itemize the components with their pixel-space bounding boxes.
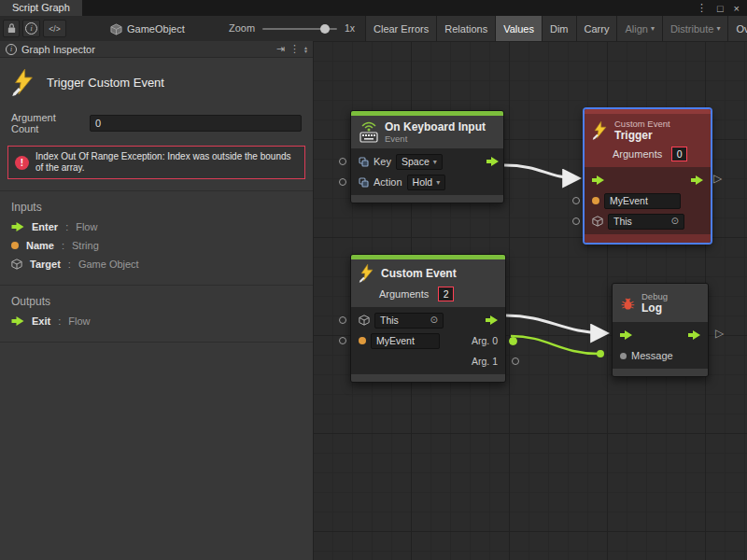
name-input-port[interactable] — [339, 337, 346, 344]
arguments-line: Arguments 2 — [351, 284, 505, 307]
node-custom-event[interactable]: Custom Event Arguments 2 This ⊙ — [350, 254, 506, 383]
chevron-down-icon: ▾ — [716, 24, 720, 33]
zoom-value: 1x — [345, 22, 355, 34]
play-indicator-icon: ▷ — [713, 172, 722, 185]
node-body: This ⊙ MyEvent Arg. 0 — [351, 307, 505, 374]
node-title: On Keyboard Input — [385, 120, 486, 133]
flow-output-arrow[interactable] — [688, 330, 700, 340]
gameobject-selector[interactable]: GameObject — [110, 21, 185, 37]
arguments-line: Arguments 0 — [585, 144, 711, 167]
flow-input-arrow[interactable] — [620, 330, 632, 340]
arg1-output-port[interactable] — [512, 357, 519, 365]
custom-event-icon — [359, 263, 375, 283]
message-label: Message — [631, 350, 673, 361]
node-on-keyboard-input[interactable]: On Keyboard Input Event Key Space ▾ — [350, 110, 504, 203]
target-field[interactable]: This ⊙ — [608, 214, 684, 230]
flow-output-arrow[interactable] — [691, 175, 703, 185]
event-name-field[interactable]: MyEvent — [371, 333, 440, 349]
flow-arrow-icon — [11, 222, 24, 231]
arg0-label: Arg. 0 — [472, 335, 498, 346]
kebab-menu-icon[interactable]: ⋮ — [697, 2, 707, 14]
error-icon: ! — [15, 156, 29, 170]
graph-inspector-header: i Graph Inspector ⇥ ⋮ ▴ ▾ — [0, 41, 313, 58]
object-picker-icon[interactable]: ⊙ — [430, 315, 438, 325]
overview-button[interactable]: Overv — [727, 16, 747, 41]
graph-toolbar: i </> GameObject Zoom 1x Clear Errors Re… — [0, 16, 747, 42]
argument-count-label: Argument Count — [11, 112, 86, 134]
port-row-enter: Enter : Flow — [0, 217, 313, 236]
flow-wire-event-to-debug — [506, 315, 606, 333]
close-icon[interactable]: × — [734, 3, 740, 14]
unity-editor-window: Script Graph ⋮ □ × i </> GameObject — [0, 0, 747, 560]
info-icon: i — [25, 22, 37, 35]
arg1-label: Arg. 1 — [472, 356, 498, 367]
tab-script-graph[interactable]: Script Graph — [0, 0, 82, 16]
string-port-icon — [359, 337, 366, 344]
tab-label: Script Graph — [12, 2, 70, 13]
inspector-toggle-button[interactable]: i — [22, 20, 40, 37]
window-controls: ⋮ □ × — [697, 0, 747, 16]
flow-output-arrow[interactable] — [486, 315, 498, 325]
arg0-output-port[interactable] — [509, 337, 517, 345]
custom-event-icon — [592, 120, 609, 140]
key-dropdown[interactable]: Space ▾ — [396, 154, 443, 170]
flow-output-arrow[interactable] — [486, 157, 499, 166]
event-name-field[interactable]: MyEvent — [604, 193, 681, 209]
play-indicator-icon: ▷ — [715, 327, 724, 340]
lock-icon — [7, 22, 17, 35]
value-wire-endpoint — [597, 350, 604, 357]
carry-button[interactable]: Carry — [576, 16, 617, 41]
gameobject-port-icon — [592, 216, 603, 227]
maximize-icon[interactable]: □ — [717, 3, 724, 14]
node-header: Custom Event Trigger — [585, 114, 711, 144]
inputs-section-label: Inputs — [0, 191, 313, 217]
argument-count-field[interactable]: 0 — [90, 115, 302, 132]
outputs-section-label: Outputs — [0, 286, 313, 312]
node-footer — [613, 369, 708, 376]
key-row: Key Space ▾ — [351, 151, 503, 172]
node-footer — [351, 374, 505, 382]
string-port-icon — [11, 242, 19, 249]
node-trigger-custom-event[interactable]: Custom Event Trigger Arguments 0 — [584, 108, 712, 244]
code-view-button[interactable]: </> — [43, 20, 66, 37]
key-type-icon — [359, 177, 369, 188]
message-port-icon — [620, 353, 627, 359]
divider — [0, 342, 313, 343]
code-icon: </> — [49, 24, 60, 34]
node-debug-log[interactable]: Debug Log Message — [612, 283, 709, 377]
dim-button[interactable]: Dim — [542, 16, 576, 41]
action-dropdown[interactable]: Hold ▾ — [407, 175, 446, 190]
panel-menu-icon[interactable]: ⋮ — [289, 43, 300, 55]
name-input-port[interactable] — [572, 197, 580, 204]
target-field[interactable]: This ⊙ — [374, 313, 444, 329]
target-input-port[interactable] — [572, 217, 580, 225]
target-input-port[interactable] — [339, 316, 346, 324]
event-name-row: MyEvent Arg. 0 — [351, 330, 505, 351]
flow-input-arrow[interactable] — [592, 175, 604, 185]
zoom-slider-knob[interactable] — [320, 24, 330, 34]
target-row: This ⊙ — [351, 310, 505, 330]
object-picker-icon[interactable]: ⊙ — [671, 217, 679, 226]
align-button[interactable]: Align▾ — [616, 16, 661, 41]
key-input-port[interactable] — [339, 158, 346, 165]
error-message-box: ! Index Out Of Range Exception: Index wa… — [7, 146, 305, 179]
action-input-port[interactable] — [339, 178, 346, 186]
dock-icon[interactable]: ⇥ — [276, 43, 285, 55]
zoom-slider[interactable] — [262, 23, 337, 35]
graph-inspector-panel: i Graph Inspector ⇥ ⋮ ▴ ▾ Trigger Custom… — [0, 41, 314, 560]
error-message: Index Out Of Range Exception: Index was … — [35, 151, 298, 174]
gameobject-port-icon — [11, 259, 22, 270]
node-subtitle: Event — [385, 133, 486, 144]
pane-scroll-icon[interactable]: ▴ ▾ — [304, 46, 307, 53]
clear-errors-button[interactable]: Clear Errors — [365, 16, 436, 41]
distribute-button[interactable]: Distribute▾ — [662, 16, 727, 41]
node-body: Message — [613, 322, 708, 369]
node-category: Debug — [641, 291, 668, 301]
graph-inspector-header-title: Graph Inspector — [21, 44, 95, 55]
graph-canvas[interactable]: On Keyboard Input Event Key Space ▾ — [313, 41, 747, 560]
node-header: Custom Event — [351, 259, 505, 284]
lock-button[interactable] — [3, 20, 20, 37]
cube-icon — [110, 23, 122, 35]
values-button[interactable]: Values — [495, 16, 542, 41]
relations-button[interactable]: Relations — [436, 16, 495, 41]
